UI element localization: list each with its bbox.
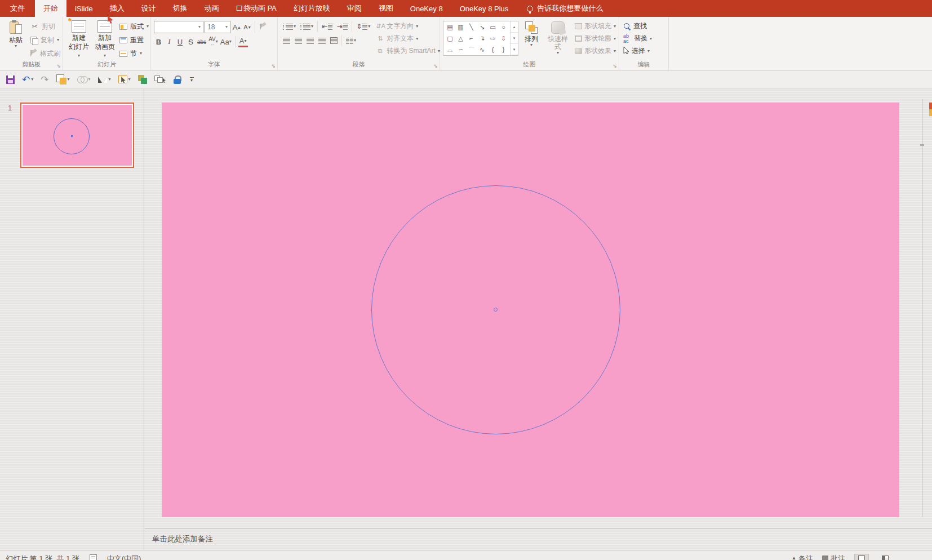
elbow-arrow-connector-shape-icon[interactable]: ↴ <box>480 35 485 42</box>
replace-button[interactable]: ab ac 替换 ▾ <box>623 33 652 44</box>
spellcheck-icon[interactable] <box>90 554 97 560</box>
distribute-button[interactable] <box>328 35 340 46</box>
align-center-button[interactable] <box>292 35 304 46</box>
triangle-shape-icon[interactable]: △ <box>458 35 463 42</box>
dialog-launcher-icon[interactable]: ⇘ <box>613 64 617 68</box>
right-brace-shape-icon[interactable]: } <box>503 47 505 53</box>
select-button[interactable]: 选择 ▾ <box>623 46 652 56</box>
vertical-textbox-shape-icon[interactable]: ▥ <box>458 24 463 30</box>
slide-thumbnail-1[interactable] <box>20 103 134 168</box>
align-text-button[interactable]: ⇅ 对齐文本 ▾ <box>376 33 440 44</box>
right-arrow-shape-icon[interactable]: ⇨ <box>490 35 495 42</box>
font-color-button[interactable]: A ▾ <box>238 36 248 47</box>
dialog-launcher-icon[interactable]: ⇘ <box>433 64 438 68</box>
tab-islide[interactable]: iSlide <box>66 0 101 17</box>
notes-pane[interactable]: 单击此处添加备注 <box>145 528 932 550</box>
line-shape-icon[interactable]: ╲ <box>469 24 473 30</box>
dialog-launcher-icon[interactable]: ⇘ <box>56 64 61 68</box>
grow-font-button[interactable]: A▴ <box>232 21 241 33</box>
normal-view-button[interactable] <box>854 554 869 560</box>
multi-select-button[interactable] <box>153 74 168 85</box>
down-arrow-shape-icon[interactable]: ⇩ <box>501 35 506 42</box>
bold-button[interactable]: B <box>154 36 163 47</box>
cut-button[interactable]: ✂ 剪切 <box>29 21 62 32</box>
vertical-scrollbar-thumb[interactable] <box>920 144 924 146</box>
comments-toggle-button[interactable]: 批注 <box>822 554 845 560</box>
paste-button[interactable]: 粘贴 ▾ <box>3 19 29 50</box>
strikethrough-button[interactable]: abc <box>197 36 207 47</box>
slide-sorter-view-button[interactable] <box>878 554 893 560</box>
tab-transitions[interactable]: 切换 <box>165 0 196 17</box>
rectangle-shape-icon[interactable]: ▭ <box>490 24 495 30</box>
quick-styles-button[interactable]: 快速样式 ▾ <box>544 19 571 56</box>
shape-fill-button[interactable]: 形状填充 ▾ <box>575 21 616 32</box>
format-painter-button[interactable]: 格式刷 <box>29 48 62 59</box>
new-slide-button[interactable]: * 新建 幻灯片 ▾ <box>66 19 92 60</box>
text-direction-button[interactable]: ⇵A 文字方向 ▾ <box>376 21 440 32</box>
notes-placeholder[interactable]: 单击此处添加备注 <box>152 534 213 544</box>
convert-smartart-button[interactable]: ⧉ 转换为 SmartArt ▾ <box>376 46 440 56</box>
gallery-more-icon[interactable]: ▾ <box>511 44 518 55</box>
gallery-scroll-down-icon[interactable]: ▾ <box>511 33 518 44</box>
shadow-button[interactable]: S <box>186 36 196 47</box>
layout-button[interactable]: 版式 ▾ <box>118 21 150 32</box>
tab-onekey8plus[interactable]: OneKey 8 Plus <box>451 0 517 17</box>
scribble-shape-icon[interactable]: ∽ <box>458 47 463 53</box>
redo-button[interactable]: ↷ <box>39 74 50 85</box>
elbow-connector-shape-icon[interactable]: ⌐ <box>469 35 473 42</box>
font-name-combo[interactable]: ▾ <box>154 21 203 33</box>
tab-view[interactable]: 视图 <box>370 0 402 17</box>
italic-button[interactable]: I <box>165 36 174 47</box>
shape-outline-button[interactable]: 形状轮廓 ▾ <box>575 33 616 44</box>
bullets-button[interactable]: ▾ <box>281 21 298 32</box>
reset-button[interactable]: 重置 <box>118 34 150 46</box>
theme-color-button[interactable] <box>136 74 149 85</box>
tab-review[interactable]: 审阅 <box>339 0 370 17</box>
align-right-button[interactable] <box>304 35 316 46</box>
ellipse-shape-icon[interactable]: ○ <box>501 24 505 30</box>
tell-me-box[interactable]: 告诉我你想要做什么 <box>519 0 611 17</box>
find-button[interactable]: 查找 <box>623 21 652 32</box>
slide-canvas[interactable] <box>162 103 899 517</box>
section-button[interactable]: 节 ▾ <box>118 48 150 59</box>
left-brace-shape-icon[interactable]: { <box>492 47 494 53</box>
freeform-shape-icon[interactable]: ⌓ <box>447 47 452 53</box>
change-case-button[interactable]: Aa ▾ <box>220 36 232 47</box>
selection-mode-button[interactable]: ▾ <box>117 74 132 85</box>
tab-design[interactable]: 设计 <box>133 0 165 17</box>
tab-slideshow[interactable]: 幻灯片放映 <box>285 0 339 17</box>
tab-animations[interactable]: 动画 <box>196 0 228 17</box>
increase-indent-button[interactable]: ⇥ <box>335 21 350 32</box>
notes-toggle-button[interactable]: ▲ 备注 <box>792 554 813 560</box>
language-status[interactable]: 中文(中国) <box>107 554 141 560</box>
qat-customize-button[interactable]: ▾ <box>190 77 194 82</box>
tab-file[interactable]: 文件 <box>0 0 35 17</box>
textbox-shape-icon[interactable]: ▤ <box>447 24 452 30</box>
rounded-rectangle-shape-icon[interactable]: ▢ <box>447 35 452 42</box>
underline-button[interactable]: U <box>175 36 185 47</box>
tab-insert[interactable]: 插入 <box>101 0 133 17</box>
gallery-scroll-up-icon[interactable]: ▴ <box>511 21 518 33</box>
columns-button[interactable]: ▾ <box>344 35 358 46</box>
tab-pocket-animation[interactable]: 口袋动画 PA <box>228 0 285 17</box>
tab-onekey8[interactable]: OneKey 8 <box>402 0 451 17</box>
undo-button[interactable]: ↶▾ <box>20 74 35 85</box>
rotate-flip-button[interactable]: ▾ <box>96 74 113 85</box>
tab-home[interactable]: 开始 <box>35 0 66 17</box>
justify-button[interactable] <box>316 35 328 46</box>
new-animation-page-button[interactable]: 新加 动画页 ▾ <box>92 19 118 60</box>
vertical-scrollbar[interactable] <box>922 99 922 517</box>
save-button[interactable] <box>5 74 16 85</box>
merge-shapes-button[interactable]: ▾ <box>76 74 92 85</box>
dialog-launcher-icon[interactable]: ⇘ <box>271 64 276 68</box>
line-spacing-button[interactable]: ⇕▾ <box>354 21 372 32</box>
font-size-combo[interactable]: 18 ▾ <box>205 21 230 33</box>
numbering-button[interactable]: ▾ <box>298 21 316 32</box>
curve-shape-icon[interactable]: ∿ <box>480 47 485 53</box>
arrange-button[interactable]: 排列 ▾ <box>518 19 544 48</box>
character-spacing-button[interactable]: AV↔ ▾ <box>208 36 219 47</box>
copy-button[interactable]: 复制 ▾ <box>29 34 62 46</box>
arrow-shape-icon[interactable]: ↘ <box>480 24 485 30</box>
align-left-button[interactable] <box>281 35 292 46</box>
clear-formatting-button[interactable] <box>258 21 268 33</box>
